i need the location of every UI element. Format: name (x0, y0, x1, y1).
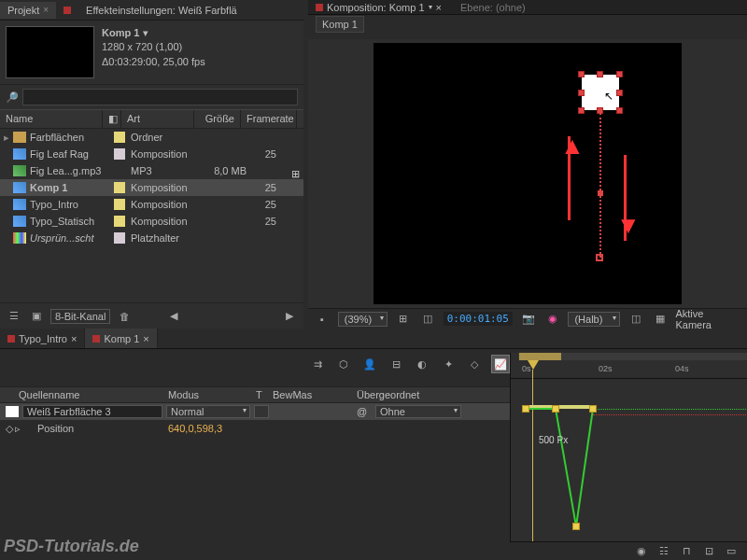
label-color[interactable] (114, 199, 125, 210)
graph-type-icon[interactable]: ☷ (655, 544, 672, 559)
asset-type: Komposition (131, 216, 202, 227)
auto-zoom-icon[interactable]: ▭ (723, 544, 740, 559)
delete-icon[interactable]: 🗑 (116, 309, 133, 324)
brainstorm-icon[interactable]: ✦ (439, 355, 458, 373)
label-color[interactable] (114, 232, 125, 244)
col-trkmat[interactable]: BewMas (273, 389, 357, 400)
motion-blur-icon[interactable]: ◐ (413, 355, 431, 373)
col-trackmatte-t[interactable]: T (256, 389, 273, 400)
label-color[interactable] (114, 148, 125, 160)
asset-row[interactable]: Fig Leaf RagKomposition25 (0, 146, 303, 162)
keyframe-icon[interactable] (522, 405, 529, 413)
timeline-toolbar: ⇉ ⬡ 👤 ⊟ ◐ ✦ ◇ 📈 (308, 355, 510, 373)
property-name[interactable]: Position (24, 423, 164, 434)
asset-row[interactable]: ▸FarbflächenOrdner (0, 129, 303, 146)
new-comp-icon[interactable]: ▣ (28, 309, 45, 324)
graph-editor[interactable]: 0s 02s 04s 500 Px (510, 353, 747, 541)
preserve-transparency-toggle[interactable] (254, 405, 269, 418)
timeline-tab[interactable]: Komp 1× (85, 329, 157, 348)
col-size[interactable]: Größe (194, 110, 241, 128)
composition-mini-flowchart-icon[interactable]: ⇉ (308, 355, 327, 373)
graph-editor-icon[interactable]: 📈 (491, 355, 510, 373)
property-row[interactable]: ◇ ▹ Position 640,0,598,3 (0, 420, 510, 437)
asset-row[interactable]: Typo_IntroKomposition25 (0, 196, 303, 213)
pickwhip-icon[interactable]: @ (357, 406, 372, 417)
auto-keyframe-icon[interactable]: ◇ (465, 355, 484, 373)
col-sourcename[interactable]: Quellenname (19, 389, 168, 400)
tab-effect-controls[interactable]: Effekteinstellungen: Weiß Farbflä (78, 2, 245, 19)
composition-stage[interactable]: ↖ ▲ ▼ (374, 43, 682, 304)
col-label[interactable]: ◧ (103, 110, 121, 128)
close-icon[interactable]: × (143, 333, 148, 344)
layer-name-input[interactable]: Weiß Farbfläche 3 (22, 405, 162, 418)
fit-icon[interactable]: ⊡ (700, 544, 717, 559)
comp-subtab[interactable]: Komp 1 (316, 16, 364, 33)
channel-icon[interactable]: ◉ (544, 312, 561, 327)
time-ruler[interactable]: 0s 02s 04s (511, 364, 747, 379)
asset-size: 8,0 MB (202, 165, 247, 176)
bit-depth-toggle[interactable]: 8-Bit-Kanal (50, 309, 110, 324)
label-color[interactable] (114, 216, 125, 227)
scroll-right-icon[interactable]: ▶ (281, 309, 298, 324)
always-preview-icon[interactable]: ▪ (314, 312, 331, 327)
stopwatch-icon[interactable]: ◇ (6, 423, 11, 435)
grid-icon[interactable]: ⊞ (395, 312, 412, 327)
composition-thumbnail[interactable] (6, 26, 94, 78)
current-time[interactable]: 0:00:01:05 (444, 312, 513, 326)
blend-mode-dropdown[interactable]: Normal (166, 405, 250, 418)
close-icon[interactable]: × (436, 2, 442, 13)
dropdown-icon[interactable]: ▾ (143, 26, 148, 40)
eye-icon[interactable]: ◉ (633, 544, 650, 559)
timeline-tabs: Typo_Intro×Komp 1× (0, 329, 747, 349)
label-color[interactable] (114, 182, 125, 193)
tab-composition[interactable]: Komposition: Komp 1 ▾ × (316, 2, 442, 13)
flowchart-icon[interactable]: ⊞ (291, 168, 300, 180)
col-parent[interactable]: Übergeordnet (357, 389, 450, 400)
mask-toggle-icon[interactable]: ◫ (419, 312, 436, 327)
snap-icon[interactable]: ⊓ (678, 544, 695, 559)
project-footer: ☰ ▣ 8-Bit-Kanal 🗑 ◀ ▶ (0, 302, 303, 329)
asset-row[interactable]: Typo_StatischKomposition25 (0, 213, 303, 230)
layer-row[interactable]: Weiß Farbfläche 3 Normal @ Ohne (0, 403, 510, 420)
col-name[interactable]: Name (0, 110, 103, 128)
active-camera-dropdown[interactable]: Aktive Kamera (675, 308, 741, 330)
keyframe-icon[interactable] (552, 405, 559, 413)
search-icon[interactable]: 🔎 (6, 91, 19, 104)
shy-icon[interactable]: 👤 (360, 355, 379, 373)
property-value[interactable]: 640,0,598,3 (168, 423, 222, 434)
arrow-up-icon: ▲ (560, 132, 585, 161)
draft-3d-icon[interactable]: ⬡ (334, 355, 353, 373)
roi-icon[interactable]: ◫ (627, 312, 644, 327)
project-search-input[interactable] (22, 89, 298, 105)
col-framerate[interactable]: Framerate (241, 110, 297, 128)
asset-row[interactable]: Fig Lea...g.mp3MP38,0 MB (0, 162, 303, 179)
transparency-grid-icon[interactable]: ▦ (652, 312, 669, 327)
col-mode[interactable]: Modus (168, 389, 256, 400)
close-icon[interactable]: × (71, 333, 77, 344)
zoom-dropdown[interactable]: (39%) (338, 312, 388, 327)
prev-keyframe-icon[interactable]: ▹ (15, 423, 21, 435)
timeline-tab[interactable]: Typo_Intro× (0, 329, 85, 348)
interpret-footage-icon[interactable]: ☰ (6, 309, 22, 324)
tab-layer[interactable]: Ebene: (ohne) (460, 2, 526, 13)
viewer-canvas[interactable]: ↖ ▲ ▼ (308, 39, 747, 308)
keyframe-icon[interactable] (589, 405, 597, 413)
asset-type: Komposition (131, 148, 202, 160)
resolution-dropdown[interactable]: (Halb) (568, 312, 620, 327)
keyframe-icon[interactable] (572, 523, 580, 530)
work-area-bar[interactable] (519, 353, 561, 360)
close-icon[interactable]: × (43, 5, 49, 15)
asset-row[interactable]: Ursprün...schtPlatzhalter (0, 230, 303, 246)
label-color[interactable] (114, 132, 125, 143)
col-type[interactable]: Art (121, 110, 194, 128)
frame-blend-icon[interactable]: ⊟ (387, 355, 405, 373)
playhead-icon[interactable] (528, 360, 539, 370)
parent-dropdown[interactable]: Ohne (375, 405, 461, 418)
scroll-left-icon[interactable]: ◀ (165, 309, 182, 324)
tab-project[interactable]: Projekt× (0, 2, 56, 19)
label-color[interactable] (114, 165, 125, 176)
selected-layer-box[interactable]: ↖ (582, 75, 619, 110)
disclosure-icon[interactable]: ▸ (4, 132, 13, 144)
snapshot-icon[interactable]: 📷 (520, 312, 537, 327)
asset-row[interactable]: Komp 1Komposition25 (0, 179, 303, 196)
